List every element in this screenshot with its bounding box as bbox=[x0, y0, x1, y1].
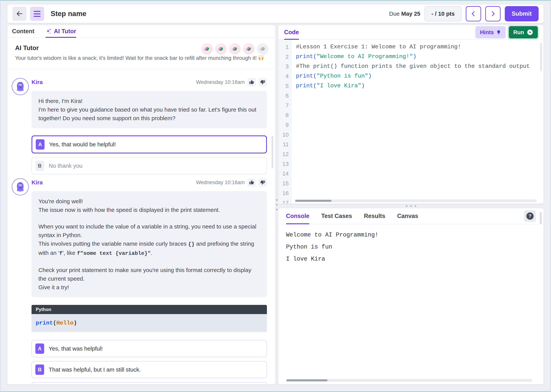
message-header: Kira Wednesday 10:16am bbox=[32, 78, 267, 86]
code-editor-panel: Code Hints Run bbox=[278, 25, 544, 204]
points-badge: - / 10 pts bbox=[425, 6, 462, 21]
message-bubble: Hi there, I'm Kira!I'm here to give you … bbox=[32, 91, 267, 128]
message-timestamp: Wednesday 10:16am bbox=[196, 79, 245, 85]
console-panel: Console Test Cases Results Canvas ? Welc… bbox=[278, 208, 544, 384]
back-button[interactable] bbox=[12, 7, 27, 21]
run-label: Run bbox=[513, 29, 524, 35]
left-tabbar: Content AI Tutor bbox=[7, 25, 275, 38]
octopus-icon bbox=[14, 81, 26, 92]
chat-scrollbar[interactable] bbox=[272, 136, 273, 168]
thumbs-down-icon bbox=[260, 80, 265, 85]
code-snippet: print(Hello) bbox=[32, 314, 267, 332]
code-editor[interactable]: 1234567891011121314151617 #Lesson 1 Exer… bbox=[278, 40, 544, 204]
candy-icon bbox=[201, 43, 213, 55]
drag-dots-icon bbox=[276, 199, 278, 210]
candy-icon bbox=[215, 43, 227, 55]
kira-avatar bbox=[12, 78, 29, 95]
option-b[interactable]: B That was helpful, but I am still stuck… bbox=[32, 361, 267, 378]
sender-name: Kira bbox=[32, 179, 43, 186]
console-tabbar: Console Test Cases Results Canvas ? bbox=[278, 208, 544, 224]
due-date: Due May 25 bbox=[389, 11, 420, 17]
help-button[interactable]: ? bbox=[524, 210, 536, 222]
code-language-label: Python bbox=[32, 305, 267, 314]
chat-area: Kira Wednesday 10:16am Hi there, I'm Kir… bbox=[7, 69, 275, 384]
kira-avatar bbox=[12, 178, 29, 196]
tab-ai-tutor-label: AI Tutor bbox=[54, 28, 76, 35]
tab-ai-tutor[interactable]: AI Tutor bbox=[45, 25, 76, 37]
tutor-panel: Content AI Tutor AI Tutor Your tutor's w… bbox=[7, 25, 275, 384]
option-letter: B bbox=[35, 364, 44, 375]
panel-resize-handle-vertical[interactable] bbox=[275, 25, 278, 384]
panel-resize-handle-horizontal[interactable] bbox=[278, 204, 544, 208]
lightbulb-icon bbox=[496, 30, 501, 35]
tab-code[interactable]: Code bbox=[284, 25, 299, 39]
play-icon bbox=[527, 29, 533, 35]
console-horizontal-scrollbar[interactable] bbox=[286, 379, 532, 382]
due-label: Due bbox=[389, 11, 400, 17]
option-letter: A bbox=[36, 139, 44, 150]
page-title: Step name bbox=[51, 10, 86, 18]
chevron-right-icon bbox=[490, 11, 496, 17]
thumbs-down-button[interactable] bbox=[258, 178, 267, 187]
candy-icon bbox=[243, 43, 254, 55]
hamburger-icon bbox=[34, 11, 41, 17]
editor-gutter: 1234567891011121314151617 bbox=[278, 40, 292, 204]
tab-canvas[interactable]: Canvas bbox=[397, 208, 418, 224]
due-value: May 25 bbox=[401, 11, 420, 17]
raised-hands-icon bbox=[258, 56, 264, 61]
chat-code-block: Python print(Hello) bbox=[32, 305, 267, 332]
candy-icon bbox=[229, 43, 241, 55]
thumbs-up-icon bbox=[249, 80, 254, 85]
chat-message-1: Kira Wednesday 10:16am Hi there, I'm Kir… bbox=[12, 78, 267, 128]
arrow-left-icon bbox=[16, 10, 23, 17]
message-bubble: You're doing well!The issue now is with … bbox=[32, 191, 267, 297]
option-a[interactable]: A Yes, that was helpful! bbox=[32, 340, 267, 357]
chevron-left-icon bbox=[470, 11, 476, 17]
tutor-header: AI Tutor Your tutor's wisdom is like a s… bbox=[7, 38, 275, 69]
option-label: Yes, that was helpful! bbox=[49, 345, 103, 352]
option-label: Yes, that would be helpful! bbox=[49, 141, 116, 148]
thumbs-up-button[interactable] bbox=[247, 178, 256, 187]
snack-bar bbox=[201, 43, 268, 55]
option-a-selected[interactable]: A Yes, that would be helpful! bbox=[32, 135, 267, 154]
console-output: Welcome to AI Programming!Python is funI… bbox=[278, 224, 544, 384]
sparkles-icon bbox=[45, 28, 52, 35]
answer-options-second: A Yes, that was helpful! B That was help… bbox=[32, 340, 267, 384]
thumbs-down-icon bbox=[260, 180, 265, 185]
submit-button[interactable]: Submit bbox=[505, 6, 539, 21]
hints-label: Hints bbox=[480, 29, 494, 35]
run-button[interactable]: Run bbox=[509, 26, 538, 38]
hints-button[interactable]: Hints bbox=[475, 26, 506, 38]
tab-console[interactable]: Console bbox=[286, 208, 309, 224]
editor-tabbar: Code Hints Run bbox=[278, 25, 544, 40]
prev-step-button[interactable] bbox=[466, 6, 481, 21]
option-letter: A bbox=[35, 343, 44, 354]
thumbs-up-button[interactable] bbox=[247, 78, 256, 86]
console-vertical-scrollbar[interactable] bbox=[540, 212, 542, 224]
tab-results[interactable]: Results bbox=[364, 208, 385, 224]
menu-button[interactable] bbox=[30, 7, 44, 21]
thumbs-down-button[interactable] bbox=[258, 78, 267, 86]
option-c[interactable]: C No, that wasn't very helpful to me. bbox=[32, 382, 267, 384]
message-header: Kira Wednesday 10:16am bbox=[32, 178, 267, 187]
question-mark-icon: ? bbox=[526, 212, 534, 220]
editor-horizontal-scrollbar[interactable] bbox=[295, 199, 537, 202]
option-label: No thank you bbox=[49, 163, 83, 169]
next-step-button[interactable] bbox=[485, 6, 501, 21]
editor-vertical-scrollbar[interactable] bbox=[540, 43, 542, 71]
option-b[interactable]: B No thank you bbox=[32, 157, 267, 175]
message-timestamp: Wednesday 10:16am bbox=[196, 180, 245, 185]
sender-name: Kira bbox=[32, 79, 43, 85]
top-header: Step name Due May 25 - / 10 pts Submit bbox=[7, 5, 544, 23]
option-letter: B bbox=[35, 161, 44, 171]
editor-code-lines[interactable]: #Lesson 1 Exercise 1: Welcome to AI prog… bbox=[292, 40, 544, 204]
thumbs-up-icon bbox=[249, 180, 254, 185]
tutor-subtitle-text: Your tutor's wisdom is like a snack; it'… bbox=[15, 55, 257, 61]
tab-test-cases[interactable]: Test Cases bbox=[321, 208, 352, 224]
chat-message-2: Kira Wednesday 10:16am You're doing well… bbox=[12, 178, 267, 332]
candy-icon-used bbox=[257, 43, 268, 55]
tutor-subtitle: Your tutor's wisdom is like a snack; it'… bbox=[15, 55, 268, 61]
tab-content[interactable]: Content bbox=[12, 25, 34, 37]
option-label: That was helpful, but I am still stuck. bbox=[49, 366, 141, 373]
octopus-icon bbox=[14, 181, 26, 193]
